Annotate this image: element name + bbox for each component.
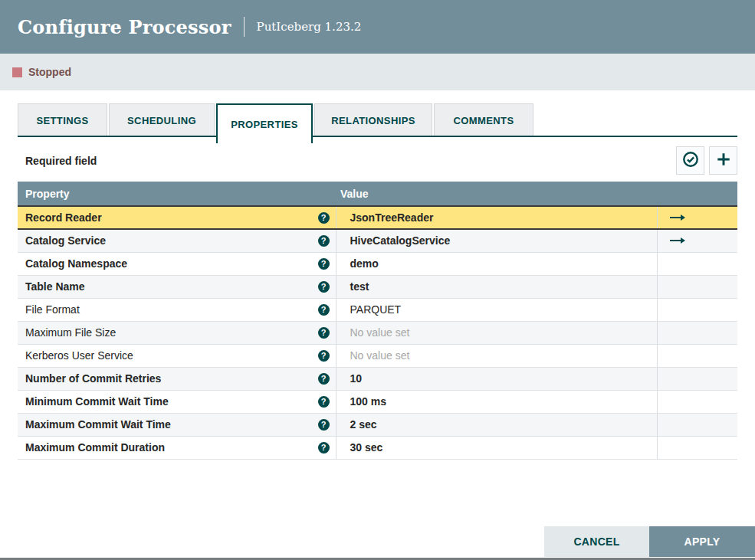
property-row[interactable]: Kerberos User Service?No value set (18, 344, 737, 367)
check-circle-icon (682, 151, 699, 170)
add-property-button[interactable] (709, 146, 737, 175)
goto-service-button[interactable] (670, 212, 685, 224)
property-name: Catalog Service (25, 234, 106, 247)
property-row[interactable]: Maximum File Size?No value set (18, 321, 737, 344)
table-header-row: Property Value (18, 182, 737, 206)
dialog-footer: CANCEL APPLY (544, 526, 755, 557)
property-value[interactable]: No value set (350, 326, 410, 339)
property-name: Table Name (25, 280, 85, 293)
column-header-value: Value (336, 182, 657, 206)
help-icon[interactable]: ? (318, 396, 330, 408)
status-bar: Stopped (0, 54, 755, 90)
dialog-title: Configure Processor (18, 16, 231, 38)
required-field-label: Required field (18, 155, 97, 167)
property-name: Record Reader (25, 211, 102, 224)
cancel-button[interactable]: CANCEL (544, 526, 649, 557)
help-icon[interactable]: ? (318, 281, 330, 293)
help-icon[interactable]: ? (318, 327, 330, 339)
property-row[interactable]: Number of Commit Retries?10 (18, 367, 737, 390)
property-row[interactable]: Maximum Commit Wait Time?2 sec (18, 413, 737, 436)
property-value[interactable]: 30 sec (350, 441, 383, 454)
tab-comments[interactable]: COMMENTS (434, 103, 533, 137)
property-value[interactable]: demo (350, 257, 379, 270)
status-label: Stopped (28, 66, 71, 78)
column-header-property: Property (18, 182, 336, 206)
property-name: Maximum Commit Wait Time (25, 418, 171, 431)
properties-toolbar: Required field (18, 146, 737, 175)
processor-name-version: PutIceberg 1.23.2 (257, 20, 362, 34)
property-value[interactable]: No value set (350, 349, 410, 362)
help-icon[interactable]: ? (318, 442, 330, 454)
property-value[interactable]: test (350, 280, 369, 293)
arrow-right-icon (670, 235, 685, 247)
dialog-header: Configure Processor PutIceberg 1.23.2 (0, 0, 755, 54)
stopped-icon (12, 67, 22, 77)
arrow-right-icon (670, 212, 685, 224)
plus-icon (715, 151, 732, 170)
tab-bar: SETTINGSSCHEDULINGPROPERTIESRELATIONSHIP… (18, 103, 737, 137)
apply-button[interactable]: APPLY (649, 526, 755, 557)
help-icon[interactable]: ? (318, 212, 330, 224)
help-icon[interactable]: ? (318, 373, 330, 385)
property-name: Maximum Commit Duration (25, 441, 165, 454)
property-name: Kerberos User Service (25, 349, 133, 362)
help-icon[interactable]: ? (318, 350, 330, 362)
help-icon[interactable]: ? (318, 419, 330, 431)
help-icon[interactable]: ? (318, 235, 330, 247)
property-name: Maximum File Size (25, 326, 116, 339)
property-row[interactable]: Catalog Service?HiveCatalogService (18, 229, 737, 252)
property-value[interactable]: HiveCatalogService (350, 234, 451, 247)
property-value[interactable]: 2 sec (350, 418, 377, 431)
tab-properties[interactable]: PROPERTIES (216, 103, 313, 143)
help-icon[interactable]: ? (318, 304, 330, 316)
property-value[interactable]: JsonTreeReader (350, 211, 434, 224)
tab-relationships[interactable]: RELATIONSHIPS (314, 103, 432, 137)
property-name: Minimum Commit Wait Time (25, 395, 169, 408)
help-icon[interactable]: ? (318, 258, 330, 270)
property-row[interactable]: Record Reader?JsonTreeReader (18, 206, 737, 229)
property-name: File Format (25, 303, 80, 316)
title-separator (244, 17, 245, 37)
property-row[interactable]: File Format?PARQUET (18, 298, 737, 321)
verify-properties-button[interactable] (676, 146, 704, 175)
property-value[interactable]: 10 (350, 372, 363, 385)
property-row[interactable]: Minimum Commit Wait Time?100 ms (18, 390, 737, 413)
property-value[interactable]: PARQUET (350, 303, 402, 316)
toolbar-actions (676, 146, 737, 175)
properties-table: Property Value Record Reader?JsonTreeRea… (18, 182, 737, 460)
property-row[interactable]: Maximum Commit Duration?30 sec (18, 436, 737, 459)
property-row[interactable]: Table Name?test (18, 275, 737, 298)
tab-settings[interactable]: SETTINGS (18, 103, 107, 137)
goto-service-button[interactable] (670, 235, 685, 247)
tab-scheduling[interactable]: SCHEDULING (109, 103, 215, 137)
column-header-goto (657, 182, 737, 206)
dialog-content: SETTINGSSCHEDULINGPROPERTIESRELATIONSHIP… (0, 103, 755, 460)
property-name: Number of Commit Retries (25, 372, 161, 385)
property-row[interactable]: Catalog Namespace?demo (18, 252, 737, 275)
configure-processor-dialog: Configure Processor PutIceberg 1.23.2 St… (0, 0, 755, 460)
property-value[interactable]: 100 ms (350, 395, 386, 408)
property-name: Catalog Namespace (25, 257, 127, 270)
